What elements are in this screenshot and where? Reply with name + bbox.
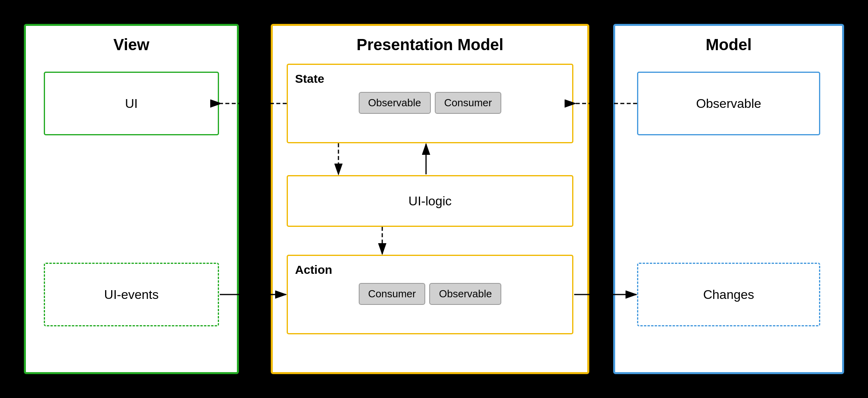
ui-box: UI — [44, 72, 219, 135]
model-observable-label: Observable — [696, 96, 761, 111]
action-consumer-chip: Consumer — [359, 283, 426, 305]
model-observable-box: Observable — [637, 72, 820, 135]
ui-box-label: UI — [125, 96, 138, 111]
action-chip-row: Consumer Observable — [295, 283, 565, 305]
model-changes-label: Changes — [703, 287, 754, 302]
pm-state-title: State — [295, 72, 565, 86]
pm-title: Presentation Model — [271, 36, 589, 54]
pm-ui-logic-box: UI-logic — [287, 175, 573, 227]
diagram-container: View Presentation Model Model UI UI-even… — [24, 24, 844, 374]
action-observable-chip: Observable — [429, 283, 501, 305]
state-consumer-chip: Consumer — [435, 92, 502, 114]
view-title: View — [24, 36, 239, 54]
state-chip-row: Observable Consumer — [295, 92, 565, 114]
ui-events-box-label: UI-events — [104, 287, 159, 302]
state-observable-chip: Observable — [359, 92, 431, 114]
model-changes-box: Changes — [637, 263, 820, 326]
pm-action-box: Action Consumer Observable — [287, 255, 573, 334]
model-title: Model — [613, 36, 844, 54]
pm-action-title: Action — [295, 263, 565, 277]
pm-ui-logic-label: UI-logic — [409, 194, 452, 209]
pm-state-box: State Observable Consumer — [287, 64, 573, 143]
ui-events-box: UI-events — [44, 263, 219, 326]
